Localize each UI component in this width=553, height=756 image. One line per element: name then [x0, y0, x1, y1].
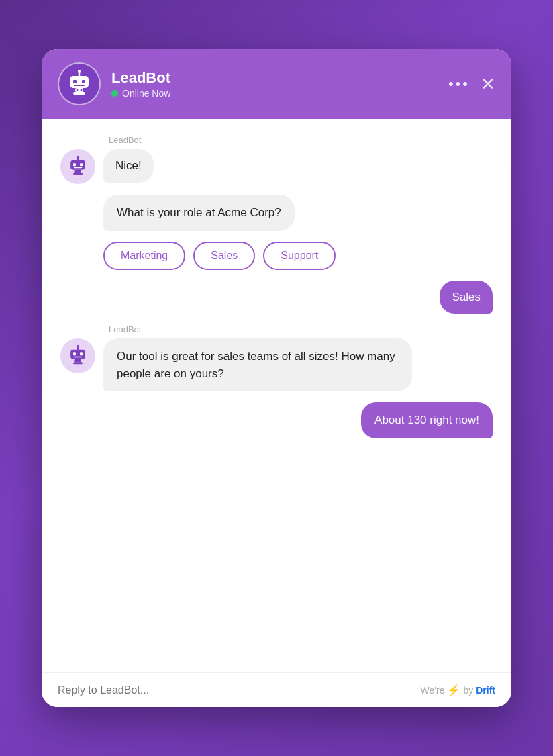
- svg-rect-16: [74, 170, 81, 173]
- status-text: Online Now: [122, 88, 170, 99]
- drift-brand: Drift: [476, 685, 495, 696]
- svg-rect-4: [82, 80, 85, 83]
- header-status: Online Now: [111, 88, 438, 99]
- svg-rect-21: [73, 352, 76, 355]
- svg-point-19: [77, 345, 79, 347]
- svg-rect-24: [74, 359, 81, 363]
- chat-footer: We're ⚡ by Drift: [42, 672, 511, 707]
- bot-avatar-icon: [64, 69, 94, 99]
- reply-input[interactable]: [58, 684, 421, 696]
- bot-mini-icon-1: [66, 155, 89, 178]
- svg-rect-14: [80, 163, 83, 166]
- svg-rect-7: [73, 92, 85, 95]
- bot-name: LeadBot: [111, 69, 438, 87]
- bot-mini-avatar-1: [60, 149, 95, 184]
- message-row-2: Our tool is great for sales teams of all…: [60, 338, 493, 391]
- header-actions: ••• ✕: [448, 75, 495, 93]
- svg-rect-2: [70, 76, 89, 88]
- svg-rect-13: [73, 163, 76, 166]
- message-row-user-130: About 130 right now!: [60, 402, 493, 438]
- sender-label-1: LeadBot: [109, 135, 493, 145]
- user-message-sales: Sales: [440, 281, 493, 314]
- bot-message-tool: Our tool is great for sales teams of all…: [103, 338, 412, 391]
- message-group-2: LeadBot Our tool is great for sales team…: [60, 324, 493, 391]
- chat-header: LeadBot Online Now ••• ✕: [42, 49, 511, 119]
- bot-mini-avatar-2: [60, 338, 95, 373]
- bot-message-role: What is your role at Acme Corp?: [103, 195, 295, 231]
- status-dot: [111, 90, 118, 97]
- bot-message-nice: Nice!: [103, 149, 154, 183]
- chat-window: LeadBot Online Now ••• ✕ LeadBot: [42, 49, 511, 707]
- header-info: LeadBot Online Now: [111, 69, 438, 99]
- svg-point-8: [77, 89, 79, 91]
- powered-by-label: by: [463, 685, 473, 696]
- message-group-1: LeadBot Nice!: [60, 135, 493, 184]
- message-row-1: Nice!: [60, 149, 493, 184]
- powered-by-prefix: We're: [421, 685, 445, 696]
- svg-point-1: [78, 70, 81, 73]
- svg-rect-20: [70, 350, 85, 359]
- svg-point-9: [81, 89, 83, 91]
- powered-by: We're ⚡ by Drift: [421, 683, 495, 696]
- svg-point-11: [77, 156, 79, 158]
- chat-body: LeadBot Nice!: [42, 119, 511, 672]
- svg-rect-17: [73, 173, 83, 175]
- svg-rect-12: [70, 160, 85, 170]
- user-message-130: About 130 right now!: [361, 402, 493, 438]
- option-marketing[interactable]: Marketing: [103, 242, 185, 270]
- more-options-icon[interactable]: •••: [448, 75, 470, 93]
- header-avatar: [58, 62, 101, 105]
- close-icon[interactable]: ✕: [481, 75, 495, 93]
- options-row: Marketing Sales Support: [103, 242, 493, 270]
- lightning-icon: ⚡: [447, 683, 460, 696]
- svg-rect-3: [73, 80, 77, 83]
- bot-mini-icon-2: [66, 344, 89, 367]
- svg-rect-22: [80, 352, 83, 355]
- svg-rect-25: [73, 362, 83, 364]
- option-support[interactable]: Support: [263, 242, 336, 270]
- sender-label-2: LeadBot: [109, 324, 493, 334]
- message-row-role: What is your role at Acme Corp?: [103, 195, 493, 231]
- option-sales[interactable]: Sales: [193, 242, 255, 270]
- message-row-user-sales: Sales: [60, 281, 493, 314]
